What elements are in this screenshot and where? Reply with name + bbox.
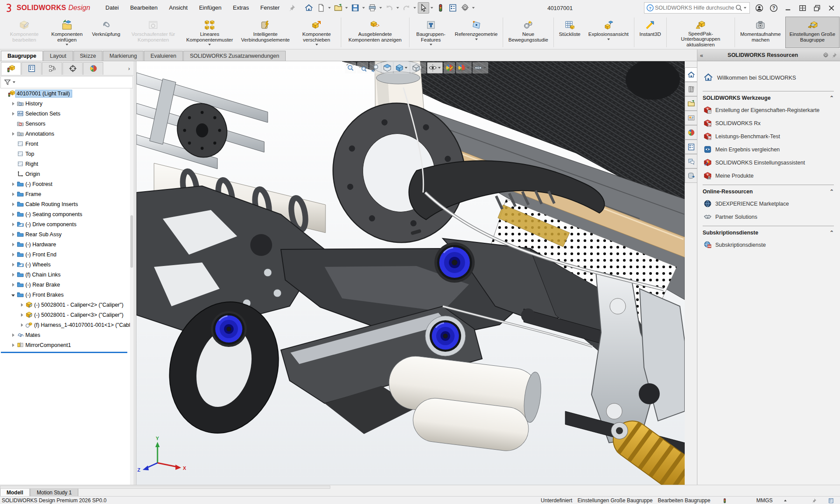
save-button-caret[interactable] xyxy=(362,7,365,9)
restore-button[interactable] xyxy=(813,4,821,12)
document-properties-button[interactable] xyxy=(447,2,458,14)
cmdtab-layout[interactable]: Layout xyxy=(43,51,73,61)
tree-expander[interactable] xyxy=(10,342,16,348)
link-3dexperience-marketplace[interactable]: 3DEXPERIENCE Marketplace xyxy=(704,200,834,208)
tree-expander[interactable] xyxy=(10,262,16,268)
tree-expander[interactable] xyxy=(10,221,16,228)
tree-expander[interactable] xyxy=(10,242,16,248)
ribbon-baugruppen-features[interactable]: Baugruppen-Features xyxy=(411,17,451,48)
display-style-button[interactable] xyxy=(410,62,426,74)
hide-show-items-caret[interactable] xyxy=(438,67,441,69)
menu-extras[interactable]: Extras xyxy=(227,0,255,15)
tree-item-origin[interactable]: Origin xyxy=(0,169,130,179)
tree-item-50028001-caliper-3-caliper[interactable]: (-) 50028001 - Caliper<3> ("Caliper") xyxy=(0,310,130,320)
panel-splitter[interactable] xyxy=(133,61,136,485)
tree-item-f-harness-1-40107001-001-1-cable[interactable]: (f) Harness_1-40107001-001<1> ("Cable") xyxy=(0,320,130,330)
select-tool-button-caret[interactable] xyxy=(430,7,433,9)
tree-item-sensors[interactable]: Sensors xyxy=(0,119,130,129)
tree-item-mates[interactable]: Mates xyxy=(0,330,130,340)
ribbon-komponenten-einf-gen-caret[interactable] xyxy=(66,44,68,46)
menu-datei[interactable]: Datei xyxy=(100,0,124,15)
tree-item-annotations[interactable]: Annotations xyxy=(0,129,130,139)
tree-item-front[interactable]: Front xyxy=(0,139,130,149)
select-tool-button[interactable] xyxy=(418,2,429,14)
tree-item-front-end[interactable]: (-) Front End xyxy=(0,249,130,259)
view-orientation-caret[interactable] xyxy=(405,67,407,69)
ribbon-explosionsansicht-caret[interactable] xyxy=(607,38,610,40)
tab-featuremanager[interactable] xyxy=(1,62,21,75)
tree-item-footrest[interactable]: (-) Footrest xyxy=(0,179,130,189)
taskpane-tab-design-library[interactable] xyxy=(685,82,697,96)
tree-expander[interactable] xyxy=(10,181,16,187)
menu-fenster[interactable]: Fenster xyxy=(255,0,285,15)
home-button[interactable] xyxy=(303,2,315,14)
ribbon-ausgeblendete-komponenten-anzeigen[interactable]: Ausgeblendete Komponenten anzeigen xyxy=(343,17,407,48)
units-indicator[interactable]: MMGS xyxy=(756,497,773,504)
cmdtab-evaluieren[interactable]: Evaluieren xyxy=(144,51,183,61)
user-account-icon[interactable] xyxy=(755,4,763,12)
tree-item-selection-sets[interactable]: Selection Sets xyxy=(0,108,130,119)
section-collapse-chevron[interactable]: ⌃ xyxy=(830,189,834,195)
close-button[interactable] xyxy=(827,4,836,12)
tree-item-40107001-light-trail[interactable]: 40107001 (Light Trail) xyxy=(0,88,130,98)
link-meine-produkte[interactable]: Meine Produkte xyxy=(704,172,834,180)
ribbon-baugruppen-features-caret[interactable] xyxy=(430,44,432,46)
ribbon-einstellungen-gro-e-baugruppe[interactable]: Einstellungen Große Baugruppe xyxy=(785,17,840,48)
ribbon-st-ckliste[interactable]: Stückliste xyxy=(556,17,584,48)
tree-expander[interactable] xyxy=(10,231,16,238)
section-collapse-chevron[interactable]: ⌃ xyxy=(830,230,834,236)
redo-button-caret[interactable] xyxy=(413,7,416,9)
tree-expander[interactable] xyxy=(10,111,16,117)
tree-item-wheels[interactable]: (-) Wheels xyxy=(0,259,130,270)
help-search-box[interactable] xyxy=(644,2,750,14)
tree-expander[interactable] xyxy=(10,201,16,207)
taskpane-tab-view-palette[interactable] xyxy=(685,111,697,125)
tree-scrollbar[interactable] xyxy=(130,88,133,485)
apply-scene-button[interactable] xyxy=(456,62,472,74)
section-view-button[interactable] xyxy=(382,62,393,74)
search-scope-caret[interactable] xyxy=(744,7,746,9)
view-settings-button[interactable] xyxy=(472,62,488,74)
taskpane-tab-file-explorer[interactable] xyxy=(685,96,697,111)
units-caret[interactable] xyxy=(784,500,787,501)
taskpane-tab-appearances-scenes[interactable] xyxy=(685,125,697,140)
open-button-caret[interactable] xyxy=(345,7,348,9)
tree-expander[interactable] xyxy=(10,272,16,278)
pin-menu-icon[interactable] xyxy=(288,4,296,12)
tree-expander[interactable] xyxy=(10,131,16,137)
link-partner-solutions[interactable]: Partner Solutions xyxy=(704,213,834,221)
print-button[interactable] xyxy=(367,2,378,14)
tree-expander[interactable] xyxy=(10,191,16,197)
ribbon-verkn-pfung[interactable]: Verknüpfung xyxy=(88,17,124,48)
rollback-bar[interactable] xyxy=(1,352,127,353)
tab-propertymanager[interactable] xyxy=(21,62,42,75)
ribbon-referenzgeometrie[interactable]: Referenzgeometrie xyxy=(452,17,501,48)
tree-expander[interactable] xyxy=(19,312,24,318)
tree-item-right[interactable]: Right xyxy=(0,159,130,169)
search-icon[interactable] xyxy=(735,4,743,12)
tree-expander[interactable] xyxy=(19,322,24,328)
tree-item-top[interactable]: Top xyxy=(0,149,130,159)
tree-expander[interactable] xyxy=(10,101,16,107)
tree-item-front-brakes[interactable]: (-) Front Brakes xyxy=(0,290,130,300)
ribbon-lineares-komponentenmuster-caret[interactable] xyxy=(208,44,211,46)
tree-scrollbar-thumb[interactable] xyxy=(130,215,133,268)
link-erstellung-der-eigenschaften-registerkarte[interactable]: Erstellung der Eigenschaften-Registerkar… xyxy=(704,106,834,114)
print-button-caret[interactable] xyxy=(379,7,382,9)
ribbon-komponenten-einf-gen[interactable]: Komponenten einfügen xyxy=(46,17,88,48)
tree-item-hardware[interactable]: (-) Hardware xyxy=(0,239,130,249)
tree-expander[interactable] xyxy=(10,282,16,288)
tree-item-drive-components[interactable]: (-) Drive components xyxy=(0,219,130,229)
view-orientation-button[interactable] xyxy=(394,62,410,74)
tab-model[interactable]: Modell xyxy=(0,488,30,497)
new-document-button-caret[interactable] xyxy=(328,7,331,9)
link-solidworks-einstellungsassistent[interactable]: SOLIDWORKS Einstellungsassistent xyxy=(704,158,834,167)
save-button[interactable] xyxy=(350,2,361,14)
panel-tabs-overflow-arrow[interactable]: › xyxy=(128,65,130,72)
new-document-button[interactable] xyxy=(315,2,327,14)
help-icon[interactable] xyxy=(770,4,778,12)
tree-expander[interactable] xyxy=(10,211,16,217)
ribbon-neue-bewegungsstudie[interactable]: Neue Bewegungsstudie xyxy=(505,17,552,48)
ribbon-lineares-komponentenmuster[interactable]: Lineares Komponentenmuster xyxy=(183,17,237,48)
welcome-link[interactable]: Willkommen bei SOLIDWORKS xyxy=(704,73,834,82)
